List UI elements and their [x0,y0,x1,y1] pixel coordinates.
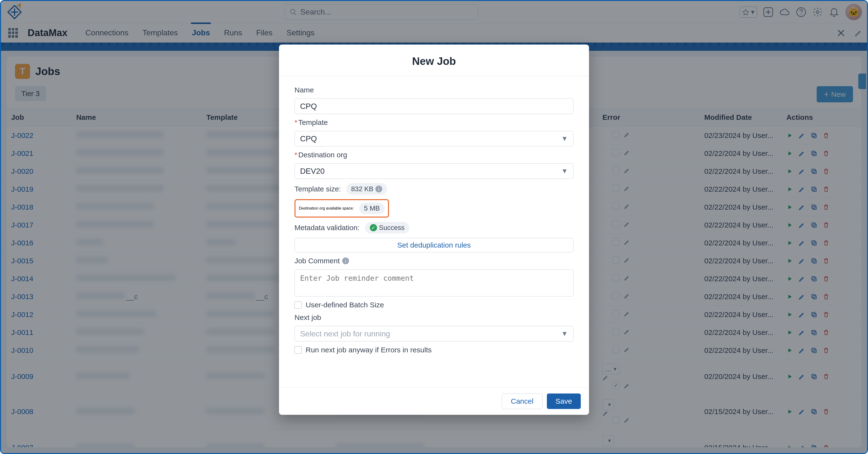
template-size-value: 832 KB i [346,183,387,195]
save-button[interactable]: Save [547,393,581,409]
name-label: Name [294,86,574,94]
chevron-down-icon: ▼ [561,330,568,337]
job-comment-label: Job Comment [294,257,340,265]
run-anyway-label: Run next job anyway if Errors in results [306,346,432,354]
next-job-label: Next job [294,314,574,322]
dest-space-label: Destination org available space: [299,206,354,210]
template-label: *Template [294,118,574,127]
dest-space-value: 5 MB [359,202,384,214]
modal-title: New Job [284,55,584,67]
template-select[interactable]: CPQ ▼ [294,131,574,147]
name-input[interactable] [294,98,574,114]
cancel-button[interactable]: Cancel [502,393,542,409]
run-anyway-checkbox[interactable] [294,346,302,354]
next-job-select[interactable]: Select next job for running ▼ [294,326,574,342]
info-icon[interactable]: i [375,186,382,192]
chevron-down-icon: ▼ [561,167,568,175]
info-icon[interactable]: i [342,258,349,264]
destination-label: *Destination org [294,151,574,159]
batch-size-checkbox[interactable] [294,301,302,309]
job-comment-input[interactable] [294,269,574,296]
new-job-modal: New Job Name *Template CPQ ▼ *Destinatio… [279,44,589,415]
modal-scrim: New Job Name *Template CPQ ▼ *Destinatio… [1,1,867,453]
validation-status: ✓ Success [365,222,409,233]
metadata-validation-label: Metadata validation: [294,224,360,232]
chevron-down-icon: ▼ [561,135,568,142]
destination-space-highlight: Destination org available space: 5 MB [294,199,389,218]
template-size-label: Template size: [294,185,341,193]
dedup-button[interactable]: Set deduplication rules [294,238,574,252]
batch-size-label: User-defined Batch Size [306,301,384,309]
destination-select[interactable]: DEV20 ▼ [294,163,574,179]
success-icon: ✓ [370,224,377,231]
